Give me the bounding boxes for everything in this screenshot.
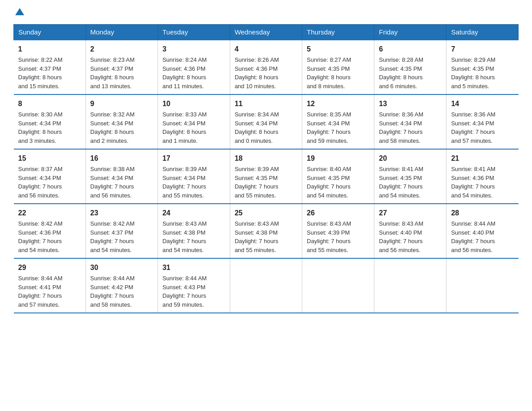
day-number: 8 xyxy=(18,98,81,109)
calendar-cell xyxy=(374,258,446,313)
day-info: Sunrise: 8:39 AM Sunset: 4:34 PM Dayligh… xyxy=(163,165,225,200)
calendar-cell: 14Sunrise: 8:36 AM Sunset: 4:34 PM Dayli… xyxy=(446,94,519,149)
day-number: 14 xyxy=(451,98,514,109)
day-info: Sunrise: 8:41 AM Sunset: 4:35 PM Dayligh… xyxy=(379,165,442,200)
day-number: 7 xyxy=(451,44,514,55)
day-number: 9 xyxy=(90,98,153,109)
day-info: Sunrise: 8:22 AM Sunset: 4:37 PM Dayligh… xyxy=(18,56,81,90)
day-number: 22 xyxy=(18,208,81,218)
day-number: 25 xyxy=(235,208,297,218)
day-info: Sunrise: 8:34 AM Sunset: 4:34 PM Dayligh… xyxy=(235,110,297,145)
day-number: 18 xyxy=(235,153,297,164)
day-number: 10 xyxy=(163,98,225,109)
day-info: Sunrise: 8:30 AM Sunset: 4:34 PM Dayligh… xyxy=(18,110,81,145)
day-number: 16 xyxy=(90,153,153,164)
day-info: Sunrise: 8:44 AM Sunset: 4:41 PM Dayligh… xyxy=(18,274,81,309)
calendar-cell: 30Sunrise: 8:44 AM Sunset: 4:42 PM Dayli… xyxy=(86,258,158,313)
day-number: 17 xyxy=(163,153,225,164)
week-row-4: 22Sunrise: 8:42 AM Sunset: 4:36 PM Dayli… xyxy=(14,204,519,258)
day-info: Sunrise: 8:42 AM Sunset: 4:36 PM Dayligh… xyxy=(18,219,81,254)
weekday-header-sunday: Sunday xyxy=(14,25,86,40)
calendar-cell: 3Sunrise: 8:24 AM Sunset: 4:36 PM Daylig… xyxy=(158,40,230,94)
day-number: 23 xyxy=(90,208,153,218)
calendar-cell: 23Sunrise: 8:42 AM Sunset: 4:37 PM Dayli… xyxy=(86,204,158,258)
day-number: 21 xyxy=(451,153,514,164)
day-info: Sunrise: 8:43 AM Sunset: 4:40 PM Dayligh… xyxy=(379,219,442,254)
day-info: Sunrise: 8:44 AM Sunset: 4:43 PM Dayligh… xyxy=(163,274,225,309)
calendar-cell: 20Sunrise: 8:41 AM Sunset: 4:35 PM Dayli… xyxy=(374,149,446,204)
calendar-cell: 29Sunrise: 8:44 AM Sunset: 4:41 PM Dayli… xyxy=(14,258,86,313)
day-number: 5 xyxy=(307,44,369,55)
week-row-5: 29Sunrise: 8:44 AM Sunset: 4:41 PM Dayli… xyxy=(14,258,519,313)
calendar-cell: 24Sunrise: 8:43 AM Sunset: 4:38 PM Dayli… xyxy=(158,204,230,258)
calendar-cell: 21Sunrise: 8:41 AM Sunset: 4:36 PM Dayli… xyxy=(446,149,519,204)
weekday-header-friday: Friday xyxy=(374,25,446,40)
calendar-cell: 5Sunrise: 8:27 AM Sunset: 4:35 PM Daylig… xyxy=(302,40,374,94)
day-info: Sunrise: 8:43 AM Sunset: 4:39 PM Dayligh… xyxy=(307,219,369,254)
calendar-cell: 7Sunrise: 8:29 AM Sunset: 4:35 PM Daylig… xyxy=(446,40,519,94)
day-info: Sunrise: 8:28 AM Sunset: 4:35 PM Dayligh… xyxy=(379,56,442,90)
calendar-cell xyxy=(230,258,302,313)
calendar-cell: 1Sunrise: 8:22 AM Sunset: 4:37 PM Daylig… xyxy=(14,40,86,94)
day-number: 13 xyxy=(379,98,442,109)
calendar-cell: 27Sunrise: 8:43 AM Sunset: 4:40 PM Dayli… xyxy=(374,204,446,258)
day-info: Sunrise: 8:29 AM Sunset: 4:35 PM Dayligh… xyxy=(451,56,514,90)
calendar-cell xyxy=(446,258,519,313)
day-number: 27 xyxy=(379,208,442,218)
day-info: Sunrise: 8:27 AM Sunset: 4:35 PM Dayligh… xyxy=(307,56,369,90)
day-number: 2 xyxy=(90,44,153,55)
calendar-cell: 8Sunrise: 8:30 AM Sunset: 4:34 PM Daylig… xyxy=(14,94,86,149)
day-info: Sunrise: 8:32 AM Sunset: 4:34 PM Dayligh… xyxy=(90,110,153,145)
day-info: Sunrise: 8:39 AM Sunset: 4:35 PM Dayligh… xyxy=(235,165,297,200)
day-info: Sunrise: 8:43 AM Sunset: 4:38 PM Dayligh… xyxy=(235,219,297,254)
day-info: Sunrise: 8:44 AM Sunset: 4:42 PM Dayligh… xyxy=(90,274,153,309)
week-row-2: 8Sunrise: 8:30 AM Sunset: 4:34 PM Daylig… xyxy=(14,94,519,149)
calendar-cell: 11Sunrise: 8:34 AM Sunset: 4:34 PM Dayli… xyxy=(230,94,302,149)
day-info: Sunrise: 8:37 AM Sunset: 4:34 PM Dayligh… xyxy=(18,165,81,200)
weekday-header-thursday: Thursday xyxy=(302,25,374,40)
calendar-cell: 31Sunrise: 8:44 AM Sunset: 4:43 PM Dayli… xyxy=(158,258,230,313)
day-number: 19 xyxy=(307,153,369,164)
week-row-1: 1Sunrise: 8:22 AM Sunset: 4:37 PM Daylig… xyxy=(14,40,519,94)
calendar-cell: 4Sunrise: 8:26 AM Sunset: 4:36 PM Daylig… xyxy=(230,40,302,94)
calendar-cell: 28Sunrise: 8:44 AM Sunset: 4:40 PM Dayli… xyxy=(446,204,519,258)
day-number: 26 xyxy=(307,208,369,218)
calendar-cell: 9Sunrise: 8:32 AM Sunset: 4:34 PM Daylig… xyxy=(86,94,158,149)
day-info: Sunrise: 8:38 AM Sunset: 4:34 PM Dayligh… xyxy=(90,165,153,200)
day-info: Sunrise: 8:43 AM Sunset: 4:38 PM Dayligh… xyxy=(163,219,225,254)
day-info: Sunrise: 8:36 AM Sunset: 4:34 PM Dayligh… xyxy=(379,110,442,145)
day-info: Sunrise: 8:23 AM Sunset: 4:37 PM Dayligh… xyxy=(90,56,153,90)
day-info: Sunrise: 8:40 AM Sunset: 4:35 PM Dayligh… xyxy=(307,165,369,200)
day-number: 30 xyxy=(90,262,153,273)
day-number: 29 xyxy=(18,262,81,273)
day-number: 3 xyxy=(163,44,225,55)
weekday-header-saturday: Saturday xyxy=(446,25,519,40)
calendar-cell: 15Sunrise: 8:37 AM Sunset: 4:34 PM Dayli… xyxy=(14,149,86,204)
calendar-cell: 2Sunrise: 8:23 AM Sunset: 4:37 PM Daylig… xyxy=(86,40,158,94)
calendar-table: SundayMondayTuesdayWednesdayThursdayFrid… xyxy=(13,24,519,313)
day-number: 31 xyxy=(163,262,225,273)
day-number: 1 xyxy=(18,44,81,55)
week-row-3: 15Sunrise: 8:37 AM Sunset: 4:34 PM Dayli… xyxy=(14,149,519,204)
day-number: 28 xyxy=(451,208,514,218)
calendar-cell: 13Sunrise: 8:36 AM Sunset: 4:34 PM Dayli… xyxy=(374,94,446,149)
calendar-cell: 25Sunrise: 8:43 AM Sunset: 4:38 PM Dayli… xyxy=(230,204,302,258)
day-number: 24 xyxy=(163,208,225,218)
day-number: 15 xyxy=(18,153,81,164)
day-number: 20 xyxy=(379,153,442,164)
day-info: Sunrise: 8:24 AM Sunset: 4:36 PM Dayligh… xyxy=(163,56,225,90)
day-info: Sunrise: 8:42 AM Sunset: 4:37 PM Dayligh… xyxy=(90,219,153,254)
calendar-cell: 17Sunrise: 8:39 AM Sunset: 4:34 PM Dayli… xyxy=(158,149,230,204)
day-info: Sunrise: 8:33 AM Sunset: 4:34 PM Dayligh… xyxy=(163,110,225,145)
calendar-cell: 10Sunrise: 8:33 AM Sunset: 4:34 PM Dayli… xyxy=(158,94,230,149)
calendar-cell: 16Sunrise: 8:38 AM Sunset: 4:34 PM Dayli… xyxy=(86,149,158,204)
calendar-cell: 19Sunrise: 8:40 AM Sunset: 4:35 PM Dayli… xyxy=(302,149,374,204)
day-info: Sunrise: 8:41 AM Sunset: 4:36 PM Dayligh… xyxy=(451,165,514,200)
calendar-cell: 6Sunrise: 8:28 AM Sunset: 4:35 PM Daylig… xyxy=(374,40,446,94)
page-header xyxy=(13,9,519,15)
weekday-header-tuesday: Tuesday xyxy=(158,25,230,40)
day-number: 11 xyxy=(235,98,297,109)
weekday-header-wednesday: Wednesday xyxy=(230,25,302,40)
day-number: 12 xyxy=(307,98,369,109)
day-info: Sunrise: 8:44 AM Sunset: 4:40 PM Dayligh… xyxy=(451,219,514,254)
